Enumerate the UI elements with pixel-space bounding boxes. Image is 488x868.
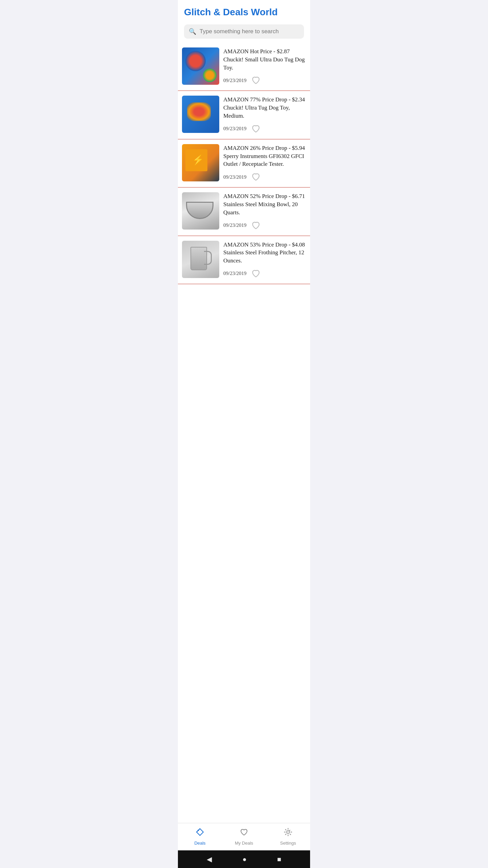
svg-point-1 bbox=[287, 831, 289, 833]
deal-date: 09/23/2019 bbox=[223, 78, 246, 83]
heart-icon bbox=[251, 269, 261, 278]
deal-title: AMAZON 53% Price Drop - $4.08 Stainless … bbox=[223, 241, 306, 265]
heart-icon bbox=[251, 221, 261, 230]
deal-image bbox=[182, 241, 219, 278]
nav-item-settings[interactable]: Settings bbox=[266, 826, 310, 847]
deal-image bbox=[182, 144, 219, 181]
deal-meta: 09/23/2019 bbox=[223, 75, 306, 86]
deal-item[interactable]: AMAZON 52% Price Drop - $6.71 Stainless … bbox=[178, 188, 310, 236]
header: Glitch & Deals World bbox=[178, 0, 310, 20]
deal-title: AMAZON 77% Price Drop - $2.34 Chuckit! U… bbox=[223, 96, 306, 120]
nav-item-deals[interactable]: Deals bbox=[178, 826, 222, 847]
deal-date: 09/23/2019 bbox=[223, 126, 246, 132]
home-button[interactable]: ● bbox=[242, 855, 246, 863]
deal-content: AMAZON 77% Price Drop - $2.34 Chuckit! U… bbox=[223, 96, 306, 134]
gear-icon bbox=[283, 827, 293, 839]
app-title: Glitch & Deals World bbox=[184, 7, 304, 18]
search-input[interactable] bbox=[200, 28, 299, 35]
recent-button[interactable]: ■ bbox=[277, 855, 281, 863]
nav-label-settings: Settings bbox=[280, 841, 296, 846]
deal-title: AMAZON 26% Price Drop - $5.94 Sperry Ins… bbox=[223, 144, 306, 168]
deal-meta: 09/23/2019 bbox=[223, 268, 306, 279]
deal-item[interactable]: AMAZON 77% Price Drop - $2.34 Chuckit! U… bbox=[178, 91, 310, 139]
heart-nav-icon bbox=[239, 827, 249, 839]
favorite-button[interactable] bbox=[250, 220, 261, 231]
deal-meta: 09/23/2019 bbox=[223, 123, 306, 134]
favorite-button[interactable] bbox=[250, 172, 261, 182]
deals-icon bbox=[195, 827, 205, 839]
heart-icon bbox=[251, 76, 261, 85]
deal-content: AMAZON 53% Price Drop - $4.08 Stainless … bbox=[223, 241, 306, 279]
deal-item[interactable]: AMAZON 53% Price Drop - $4.08 Stainless … bbox=[178, 236, 310, 284]
system-nav: ◀ ● ■ bbox=[178, 850, 310, 868]
heart-icon bbox=[251, 172, 261, 182]
deal-meta: 09/23/2019 bbox=[223, 172, 306, 182]
deals-list: AMAZON Hot Price - $2.87 Chuckit! Small … bbox=[178, 43, 310, 823]
back-button[interactable]: ◀ bbox=[207, 855, 212, 863]
nav-item-my-deals[interactable]: My Deals bbox=[222, 826, 266, 847]
search-icon: 🔍 bbox=[189, 28, 196, 35]
app-container: Glitch & Deals World 🔍 AMAZON Hot Price … bbox=[178, 0, 310, 850]
deal-content: AMAZON 52% Price Drop - $6.71 Stainless … bbox=[223, 192, 306, 231]
favorite-button[interactable] bbox=[250, 268, 261, 279]
deal-content: AMAZON 26% Price Drop - $5.94 Sperry Ins… bbox=[223, 144, 306, 182]
deal-title: AMAZON 52% Price Drop - $6.71 Stainless … bbox=[223, 192, 306, 216]
deal-date: 09/23/2019 bbox=[223, 222, 246, 228]
nav-label-deals: Deals bbox=[194, 841, 205, 846]
deal-date: 09/23/2019 bbox=[223, 271, 246, 276]
deal-image bbox=[182, 96, 219, 133]
deal-item[interactable]: AMAZON 26% Price Drop - $5.94 Sperry Ins… bbox=[178, 139, 310, 188]
bottom-nav: Deals My Deals Settings bbox=[178, 823, 310, 850]
search-bar: 🔍 bbox=[184, 24, 304, 39]
deal-date: 09/23/2019 bbox=[223, 174, 246, 180]
favorite-button[interactable] bbox=[250, 123, 261, 134]
deal-meta: 09/23/2019 bbox=[223, 220, 306, 231]
deal-item[interactable]: AMAZON Hot Price - $2.87 Chuckit! Small … bbox=[178, 43, 310, 91]
deal-content: AMAZON Hot Price - $2.87 Chuckit! Small … bbox=[223, 47, 306, 86]
search-container: 🔍 bbox=[178, 20, 310, 43]
deal-image bbox=[182, 192, 219, 230]
heart-icon bbox=[251, 124, 261, 134]
deal-title: AMAZON Hot Price - $2.87 Chuckit! Small … bbox=[223, 47, 306, 72]
favorite-button[interactable] bbox=[250, 75, 261, 86]
nav-label-my-deals: My Deals bbox=[235, 841, 253, 846]
deal-image bbox=[182, 47, 219, 85]
